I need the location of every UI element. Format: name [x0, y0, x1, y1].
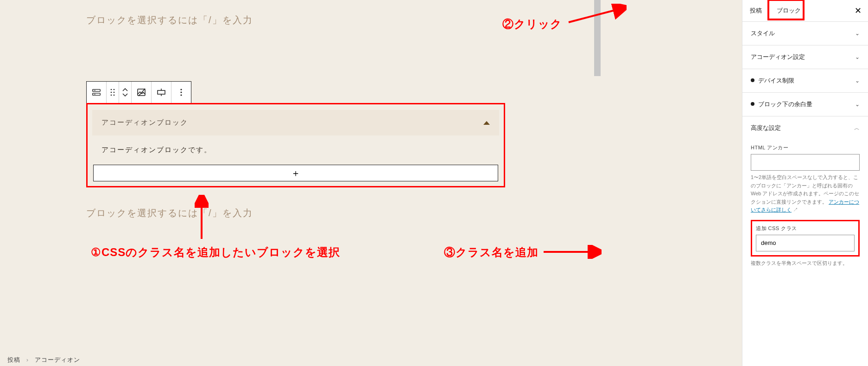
- panel-margin-label: ブロック下の余白量: [751, 100, 812, 109]
- svg-point-15: [180, 89, 182, 90]
- css-class-label: 追加 CSS クラス: [756, 225, 855, 232]
- chevron-up-down-icon: [122, 87, 128, 97]
- svg-point-5: [114, 89, 115, 90]
- accordion-block-icon: [91, 87, 101, 97]
- chevron-down-icon: ⌄: [855, 101, 860, 108]
- svg-rect-12: [158, 90, 165, 94]
- annotation-2: ②クリック: [502, 17, 562, 32]
- sidebar-tabs: 投稿 ブロック ✕: [742, 0, 868, 22]
- svg-point-7: [114, 92, 115, 93]
- editor-canvas: ブロックを選択するには「/」を入力: [0, 0, 601, 366]
- close-sidebar-button[interactable]: ✕: [855, 6, 862, 16]
- tab-block[interactable]: ブロック: [769, 0, 808, 21]
- arrow-2: [566, 4, 627, 27]
- panel-style[interactable]: スタイル ⌄: [742, 22, 868, 45]
- panel-advanced[interactable]: 高度な設定 ︿: [742, 116, 868, 140]
- plus-icon: ＋: [291, 167, 300, 180]
- toolbar-drag-handle[interactable]: [107, 82, 119, 103]
- panel-margin[interactable]: ブロック下の余白量 ⌄: [742, 93, 868, 116]
- css-class-highlight: 追加 CSS クラス: [751, 220, 860, 257]
- chevron-up-icon: ︿: [854, 124, 860, 132]
- bullet-icon: [751, 78, 754, 82]
- panel-device[interactable]: デバイス制限 ⌄: [742, 69, 868, 93]
- chevron-down-icon: ⌄: [855, 77, 860, 84]
- toolbar-image-button[interactable]: [132, 82, 152, 103]
- css-class-help: 複数クラスを半角スペースで区切ります。: [751, 259, 860, 268]
- scrollbar[interactable]: [594, 0, 601, 366]
- anchor-help-text: 1〜2単語を空白スペースなしで入力すると、このブロックに「アンカー」と呼ばれる固…: [751, 173, 860, 214]
- panel-accordion-settings[interactable]: アコーディオン設定 ⌄: [742, 45, 868, 69]
- svg-rect-3: [94, 90, 96, 90]
- drag-icon: [109, 87, 116, 97]
- breadcrumb-current[interactable]: アコーディオン: [35, 356, 80, 363]
- panel-advanced-label: 高度な設定: [751, 124, 781, 132]
- toolbar-move[interactable]: [119, 82, 132, 103]
- toolbar-block-type[interactable]: [87, 82, 107, 103]
- svg-point-6: [111, 92, 112, 93]
- add-block-button[interactable]: ＋: [93, 165, 498, 181]
- svg-line-19: [569, 8, 622, 22]
- svg-point-8: [111, 95, 112, 96]
- svg-rect-0: [93, 90, 101, 92]
- toolbar-more-button[interactable]: [171, 82, 191, 103]
- align-icon: [156, 87, 166, 97]
- chevron-down-icon: ⌄: [855, 30, 860, 37]
- svg-rect-2: [94, 94, 96, 95]
- block-toolbar: [86, 81, 191, 103]
- panel-accordion-label: アコーディオン設定: [751, 53, 805, 61]
- svg-point-9: [114, 95, 115, 96]
- anchor-field-label: HTML アンカー: [751, 144, 860, 151]
- panel-device-label: デバイス制限: [751, 77, 794, 85]
- breadcrumb-root[interactable]: 投稿: [7, 356, 20, 363]
- panel-style-label: スタイル: [751, 29, 775, 38]
- toolbar-align-button[interactable]: [152, 82, 171, 103]
- tab-post[interactable]: 投稿: [742, 0, 769, 21]
- arrow-3: [541, 245, 602, 259]
- svg-point-16: [180, 91, 182, 93]
- block-sidebar: 投稿 ブロック ✕ スタイル ⌄ アコーディオン設定 ⌄ デバイス制限 ⌄ ブロ…: [742, 0, 868, 366]
- breadcrumb-sep: ›: [26, 356, 29, 363]
- svg-point-4: [111, 89, 112, 90]
- css-class-input[interactable]: [756, 235, 855, 251]
- annotation-1: ①CSSのクラス名を追加したいブロックを選択: [91, 245, 340, 260]
- image-icon: [136, 87, 146, 97]
- annotation-3: ③クラス名を追加: [444, 245, 539, 260]
- caret-up-icon: [483, 121, 490, 125]
- anchor-input[interactable]: [751, 154, 860, 171]
- bullet-icon: [751, 102, 754, 106]
- more-vertical-icon: [176, 87, 186, 97]
- accordion-title: アコーディオンブロック: [101, 118, 188, 127]
- svg-point-17: [180, 94, 182, 96]
- accordion-block-selected[interactable]: アコーディオンブロック アコーディオンブロックです。 ＋: [86, 103, 505, 187]
- arrow-1: [195, 195, 209, 241]
- accordion-body-text[interactable]: アコーディオンブロックです。: [92, 135, 499, 165]
- svg-rect-1: [93, 93, 101, 96]
- chevron-down-icon: ⌄: [855, 54, 860, 60]
- advanced-panel-body: HTML アンカー 1〜2単語を空白スペースなしで入力すると、このブロックに「ア…: [742, 140, 868, 276]
- block-placeholder-bottom[interactable]: ブロックを選択するには「/」を入力: [86, 207, 601, 219]
- accordion-header[interactable]: アコーディオンブロック: [92, 110, 499, 135]
- breadcrumb: 投稿 › アコーディオン: [7, 356, 80, 364]
